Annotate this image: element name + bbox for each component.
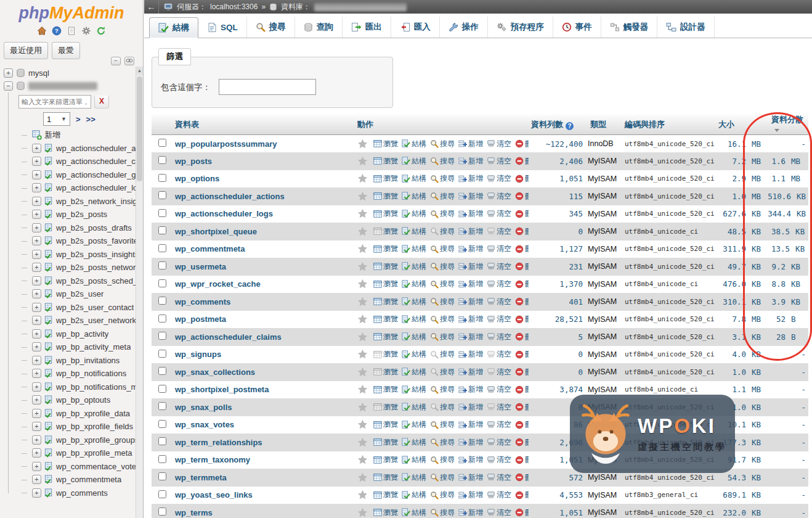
row-checkbox[interactable] (158, 332, 166, 340)
expand-icon[interactable]: + (32, 197, 41, 206)
row-checkbox[interactable] (158, 174, 166, 182)
structure-action[interactable]: 結構 (402, 173, 426, 184)
header-rows[interactable]: 資料列數? (529, 114, 585, 135)
search-action[interactable]: 搜尋 (430, 349, 455, 360)
row-checkbox[interactable] (158, 279, 166, 287)
favorite-star-icon[interactable] (357, 226, 368, 237)
expand-icon[interactable]: + (32, 462, 41, 471)
structure-action[interactable]: 結構 (402, 402, 426, 413)
empty-action[interactable]: 清空 (487, 314, 511, 324)
table-name-link[interactable]: wp_yoast_seo_links (175, 490, 253, 500)
browse-action[interactable]: 瀏覽 (373, 490, 398, 500)
row-checkbox[interactable] (158, 490, 166, 498)
drop-action[interactable]: 刪除 (515, 244, 529, 254)
drop-action[interactable]: 刪除 (515, 208, 529, 219)
expand-icon[interactable]: + (4, 68, 13, 78)
favorite-star-icon[interactable] (357, 419, 368, 430)
phpmyadmin-logo[interactable]: phpMyAdmin (0, 0, 143, 23)
structure-action[interactable]: 結構 (402, 384, 426, 395)
empty-action[interactable]: 清空 (487, 454, 511, 465)
row-checkbox[interactable] (158, 455, 166, 463)
sidebar-table-item[interactable]: + wp_bp_invitations (27, 354, 136, 368)
sidebar-table-item[interactable]: + wp_bp_notifications_meta (27, 380, 136, 394)
browse-action[interactable]: 瀏覽 (373, 384, 398, 395)
favorite-star-icon[interactable] (357, 508, 368, 518)
insert-action[interactable]: 新增 (458, 208, 483, 219)
expand-icon[interactable]: + (32, 144, 41, 153)
header-table[interactable]: 資料表 (173, 114, 355, 135)
row-checkbox[interactable] (158, 191, 166, 199)
structure-action[interactable]: 結構 (402, 419, 426, 430)
expand-icon[interactable]: + (32, 210, 41, 219)
insert-action[interactable]: 新增 (458, 508, 483, 518)
insert-action[interactable]: 新增 (458, 226, 483, 237)
browse-action[interactable]: 瀏覽 (373, 226, 398, 237)
expand-icon[interactable]: + (32, 435, 41, 445)
table-name-link[interactable]: wp_term_relationships (175, 438, 262, 447)
browse-action[interactable]: 瀏覽 (373, 297, 398, 307)
table-name-link[interactable]: wp_usermeta (175, 262, 226, 271)
sidebar-table-item[interactable]: + wp_b2s_posts_network_de (27, 261, 136, 274)
insert-action[interactable]: 新增 (458, 314, 483, 324)
structure-action[interactable]: 結構 (402, 208, 426, 219)
table-name-link[interactable]: wp_wpr_rocket_cache (175, 279, 261, 289)
sidebar-table-item[interactable]: + wp_b2s_posts_sched_deta (27, 274, 136, 288)
sidebar-table-item[interactable]: + wp_bp_xprofile_meta (27, 446, 136, 460)
search-action[interactable]: 搜尋 (430, 454, 455, 465)
drop-action[interactable]: 刪除 (515, 314, 529, 324)
browse-action[interactable]: 瀏覽 (373, 156, 398, 166)
structure-action[interactable]: 結構 (402, 454, 426, 465)
empty-action[interactable]: 清空 (487, 437, 511, 448)
expand-icon[interactable]: + (32, 448, 41, 458)
document-icon[interactable] (67, 25, 77, 36)
structure-action[interactable]: 結構 (402, 261, 426, 272)
search-action[interactable]: 搜尋 (430, 173, 455, 184)
header-collation[interactable]: 編碼與排序 (622, 114, 716, 135)
insert-action[interactable]: 新增 (458, 367, 483, 377)
browse-action[interactable]: 瀏覽 (373, 173, 398, 184)
empty-action[interactable]: 清空 (487, 349, 511, 360)
row-checkbox[interactable] (158, 226, 166, 234)
favorite-star-icon[interactable] (357, 402, 368, 413)
structure-action[interactable]: 結構 (402, 490, 426, 500)
tree-filter-input[interactable] (18, 95, 91, 109)
tab-routines[interactable]: 預存程序 (488, 17, 553, 38)
table-name-link[interactable]: wp_actionscheduler_actions (175, 192, 285, 201)
structure-action[interactable]: 結構 (402, 279, 426, 289)
search-action[interactable]: 搜尋 (430, 314, 455, 324)
table-name-link[interactable]: wp_options (175, 174, 219, 183)
favorite-tables-button[interactable]: 最愛 (52, 42, 80, 59)
sidebar-table-item[interactable]: + wp_b2s_posts_favorites (27, 234, 136, 248)
back-arrow-button[interactable]: ← (144, 0, 159, 14)
insert-action[interactable]: 新增 (458, 419, 483, 430)
browse-action[interactable]: 瀏覽 (373, 472, 398, 483)
row-checkbox[interactable] (158, 156, 166, 164)
search-action[interactable]: 搜尋 (430, 226, 455, 237)
insert-action[interactable]: 新增 (458, 261, 483, 272)
expand-icon[interactable]: + (32, 170, 41, 179)
table-name-link[interactable]: wp_posts (175, 157, 212, 166)
insert-action[interactable]: 新增 (458, 191, 483, 202)
browse-action[interactable]: 瀏覽 (373, 261, 398, 272)
row-checkbox[interactable] (158, 314, 166, 323)
empty-action[interactable]: 清空 (487, 261, 511, 272)
settings-gear-icon[interactable] (81, 25, 92, 36)
sidebar-table-item[interactable]: + wp_actionscheduler_logs (27, 181, 136, 195)
favorite-star-icon[interactable] (357, 261, 368, 272)
sidebar-table-item[interactable]: + wp_bp_activity_meta (27, 340, 136, 354)
search-action[interactable]: 搜尋 (430, 261, 455, 272)
tab-operations[interactable]: 操作 (440, 17, 488, 38)
table-name-link[interactable]: wp_termmeta (175, 473, 227, 482)
browse-action[interactable]: 瀏覽 (373, 402, 398, 413)
collapse-icon[interactable]: − (4, 81, 13, 91)
header-size[interactable]: 大小 (716, 114, 769, 135)
header-overhead[interactable]: 資料分散 (769, 114, 808, 135)
table-name-link[interactable]: wp_terms (175, 508, 213, 517)
sidebar-table-item[interactable]: + wp_b2s_posts_insights (27, 248, 136, 261)
sidebar-table-item[interactable]: + wp_b2s_user_network_set (27, 314, 136, 327)
structure-action[interactable]: 結構 (402, 472, 426, 483)
expand-icon[interactable]: + (32, 157, 41, 166)
help-icon[interactable]: ? (52, 25, 62, 36)
structure-action[interactable]: 結構 (402, 244, 426, 254)
favorite-star-icon[interactable] (357, 297, 368, 307)
